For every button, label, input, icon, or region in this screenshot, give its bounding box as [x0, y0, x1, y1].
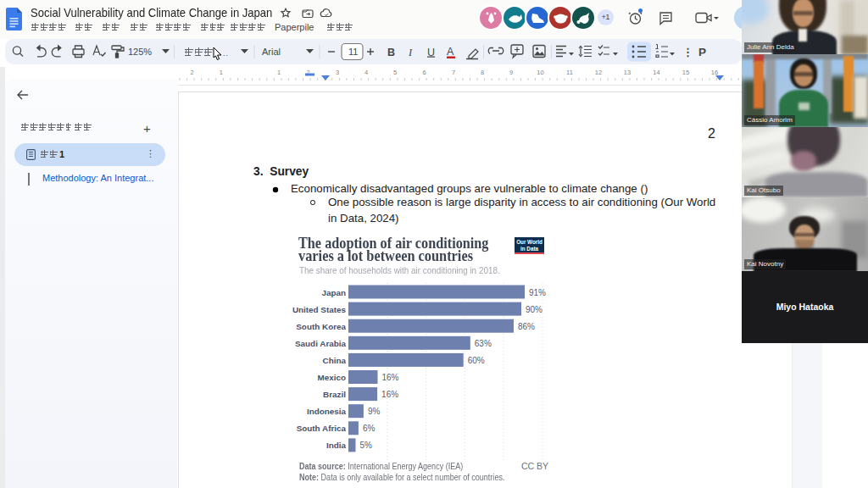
svg-text:1: 1: [220, 69, 223, 76]
svg-text:South Korea: South Korea: [296, 322, 346, 331]
svg-text:11: 11: [566, 69, 573, 76]
svg-text:15: 15: [682, 69, 689, 76]
svg-text:I: I: [408, 47, 413, 58]
svg-text:9%: 9%: [368, 407, 381, 416]
svg-text:South Africa: South Africa: [297, 424, 347, 433]
svg-text:Japan: Japan: [321, 288, 346, 297]
svg-text:63%: 63%: [475, 339, 492, 348]
svg-text:16%: 16%: [382, 373, 399, 382]
svg-text:86%: 86%: [518, 322, 535, 331]
svg-text:6%: 6%: [363, 424, 376, 433]
svg-text:16: 16: [711, 69, 718, 76]
svg-text:14: 14: [653, 69, 659, 76]
svg-text:U: U: [427, 47, 435, 58]
svg-text:6: 6: [422, 69, 426, 76]
svg-text:Arial: Arial: [262, 47, 281, 57]
svg-text:P: P: [698, 46, 706, 58]
svg-text:16%: 16%: [381, 390, 398, 399]
svg-text:8: 8: [481, 69, 484, 76]
svg-text:⋮: ⋮: [682, 46, 693, 58]
svg-text:Mexico: Mexico: [318, 373, 346, 382]
svg-text:Indonesia: Indonesia: [307, 407, 347, 416]
svg-text:B: B: [387, 47, 395, 58]
svg-text:91%: 91%: [529, 288, 546, 297]
svg-text:60%: 60%: [468, 356, 485, 365]
svg-text:2: 2: [190, 69, 193, 76]
svg-text:1: 1: [277, 69, 281, 76]
svg-text:Brazil: Brazil: [323, 390, 346, 399]
svg-text:A: A: [447, 46, 454, 58]
svg-text:4: 4: [364, 69, 368, 76]
svg-text:5%: 5%: [360, 441, 373, 450]
svg-text:China: China: [323, 356, 347, 365]
svg-text:12: 12: [595, 69, 602, 76]
svg-text:Saudi Arabia: Saudi Arabia: [295, 339, 347, 348]
svg-text:125%: 125%: [128, 47, 152, 57]
svg-text:10: 10: [537, 69, 543, 76]
svg-text:3: 3: [336, 69, 339, 76]
svg-text:5: 5: [393, 69, 397, 76]
svg-text:9: 9: [509, 69, 513, 76]
svg-text:7: 7: [452, 69, 455, 76]
svg-text:11: 11: [348, 47, 358, 57]
svg-text:13: 13: [624, 69, 631, 76]
svg-text:India: India: [326, 441, 347, 450]
svg-text:90%: 90%: [526, 305, 542, 314]
svg-text:United States: United States: [292, 305, 347, 314]
